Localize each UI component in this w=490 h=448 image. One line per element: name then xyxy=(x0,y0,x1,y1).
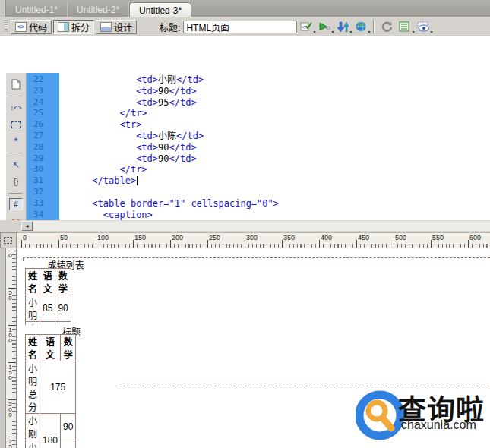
line-numbers-icon[interactable]: # xyxy=(9,198,23,210)
expand-all-icon[interactable]: * xyxy=(8,134,24,148)
toolbar-divider xyxy=(9,153,23,153)
code-line[interactable]: <td>小刚</td> xyxy=(59,74,490,86)
ruler-label: 250 xyxy=(7,438,14,448)
code-line[interactable]: <td>90</td> xyxy=(59,86,490,97)
design-view-pane[interactable]: 成绩列表 姓名语文数学小明8590小刚9095小陈9090 标题 姓名语文数学小… xyxy=(17,248,490,448)
table-cell[interactable]: 180 xyxy=(40,414,61,448)
file-management-icon xyxy=(337,21,349,33)
table-cell[interactable]: 85 xyxy=(40,295,55,322)
line-number: 25 xyxy=(27,108,59,119)
table-cell[interactable]: 175 xyxy=(40,361,76,414)
tab-untitled-2[interactable]: Untitled-2* xyxy=(68,2,129,17)
line-number: 24 xyxy=(27,97,59,109)
preview-debug-icon: <> xyxy=(318,21,330,32)
code-line[interactable]: <td>小陈</td> xyxy=(59,131,490,142)
table-header-cell[interactable]: 数学 xyxy=(55,269,71,295)
code-line[interactable]: <td>90</td> xyxy=(59,153,490,165)
table-cell[interactable]: 90 xyxy=(61,414,76,440)
collapse-full-tag-icon[interactable]: ↕<> xyxy=(8,101,24,115)
view-options-icon xyxy=(399,21,411,32)
table-header-cell[interactable]: 姓名 xyxy=(26,335,40,361)
code-view-pane[interactable]: ↕<> * ↖ {} # <> » 2223242526272829303132… xyxy=(0,36,490,220)
split-view-label: 拆分 xyxy=(71,21,90,33)
line-number: 23 xyxy=(27,86,59,97)
table-cell[interactable]: 小明 xyxy=(26,295,40,322)
document-tab-bar: Untitled-1* Untitled-2* Untitled-3* xyxy=(0,0,490,17)
ruler-label: 0 xyxy=(23,234,27,241)
split-view-button[interactable]: 拆分 xyxy=(53,20,94,34)
watermark: 查询啦 chaxunla.com xyxy=(356,386,490,447)
table-cell[interactable]: 小明总分 xyxy=(26,361,40,414)
design-view-icon xyxy=(100,22,112,32)
code-view-button[interactable]: <> 代码 xyxy=(11,20,52,34)
code-line[interactable]: </tr> xyxy=(59,164,490,175)
ruler-label: 50 xyxy=(7,289,14,300)
visual-aids-eye-icon xyxy=(417,21,430,33)
line-number: 31 xyxy=(27,175,59,187)
select-parent-tag-icon[interactable]: ↖ xyxy=(8,158,24,172)
toolbar-grip[interactable] xyxy=(5,20,8,33)
collapse-selection-icon[interactable] xyxy=(8,118,24,131)
globe-icon xyxy=(356,21,367,33)
design-view-button[interactable]: 设计 xyxy=(96,20,137,34)
table-cell[interactable]: 90 xyxy=(61,440,76,448)
preview-debug-button[interactable]: <> ▾ xyxy=(316,20,333,34)
validate-markup-button[interactable]: <> ▾ xyxy=(298,20,315,34)
line-number: 22 xyxy=(27,74,59,86)
toolbar-divider xyxy=(9,193,23,194)
code-line[interactable]: <caption> xyxy=(59,210,490,221)
ruler-label: 100 xyxy=(97,234,109,241)
code-line[interactable]: <table border="1" cellspacing="0"> xyxy=(59,198,490,210)
scrollbar-track[interactable] xyxy=(21,221,490,231)
line-number: 30 xyxy=(27,164,59,175)
ruler-origin-corner[interactable] xyxy=(0,232,17,248)
ruler-label: 300 xyxy=(246,234,258,241)
ruler-label: 250 xyxy=(209,234,220,241)
view-options-button[interactable]: ▾ xyxy=(397,20,413,34)
refresh-button[interactable] xyxy=(378,20,395,34)
code-line[interactable]: </table> xyxy=(59,175,490,187)
code-line[interactable]: <td>90</td> xyxy=(59,142,490,153)
refresh-icon xyxy=(381,21,393,33)
ruler-label: 550 xyxy=(432,234,444,241)
document-toolbar: <> 代码 拆分 设计 标题: <> ▾ <> ▾ xyxy=(0,17,490,36)
code-view-label: 代码 xyxy=(29,21,47,33)
ruler-label: 100 xyxy=(7,327,14,342)
watermark-domain-text: chaxunla.com xyxy=(401,418,476,432)
text-cursor xyxy=(137,176,138,185)
ruler-label: 200 xyxy=(172,234,183,241)
code-view-icon: <> xyxy=(15,22,27,32)
table-header-cell[interactable]: 数学 xyxy=(61,335,76,361)
window-edge xyxy=(0,0,6,17)
code-line[interactable]: <tr> xyxy=(59,119,490,131)
scroll-left-arrow-icon[interactable]: ◄ xyxy=(21,221,33,231)
ruler-label: 450 xyxy=(358,234,369,241)
document-title-input[interactable] xyxy=(183,21,297,33)
balance-braces-icon[interactable]: {} xyxy=(8,175,24,188)
toolbar-divider xyxy=(9,96,23,96)
table-cell[interactable]: 90 xyxy=(55,295,71,322)
visual-aids-button[interactable]: ▾ xyxy=(415,20,432,34)
file-management-button[interactable]: ▾ xyxy=(334,20,351,34)
code-line[interactable] xyxy=(59,187,490,198)
ruler-label: 150 xyxy=(7,364,14,380)
table-header-cell[interactable]: 语文 xyxy=(40,269,55,295)
ruler-label: 50 xyxy=(60,234,68,241)
table-header-cell[interactable]: 姓名 xyxy=(26,269,40,295)
table-cell[interactable]: 小陈 xyxy=(26,440,40,448)
line-number: 33 xyxy=(27,198,59,210)
line-number: 28 xyxy=(27,142,59,153)
tab-untitled-1[interactable]: Untitled-1* xyxy=(6,2,68,17)
ruler-origin-icon xyxy=(4,237,12,244)
svg-text:<>: <> xyxy=(325,25,330,31)
code-line[interactable]: <td>95</td> xyxy=(59,97,490,109)
table-header-cell[interactable]: 语文 xyxy=(40,335,61,361)
dreamweaver-window: Untitled-1* Untitled-2* Untitled-3* <> 代… xyxy=(0,0,490,448)
code-horizontal-scrollbar[interactable]: ◄ xyxy=(0,220,490,232)
table-cell[interactable]: 小刚 xyxy=(26,414,40,440)
open-documents-icon[interactable] xyxy=(8,77,24,91)
horizontal-ruler: 050100150200250300350400450500550600 xyxy=(17,232,490,248)
code-line[interactable]: </tr> xyxy=(59,108,490,119)
tab-untitled-3[interactable]: Untitled-3* xyxy=(129,2,191,17)
preview-in-browser-button[interactable]: ▾ xyxy=(352,20,369,34)
